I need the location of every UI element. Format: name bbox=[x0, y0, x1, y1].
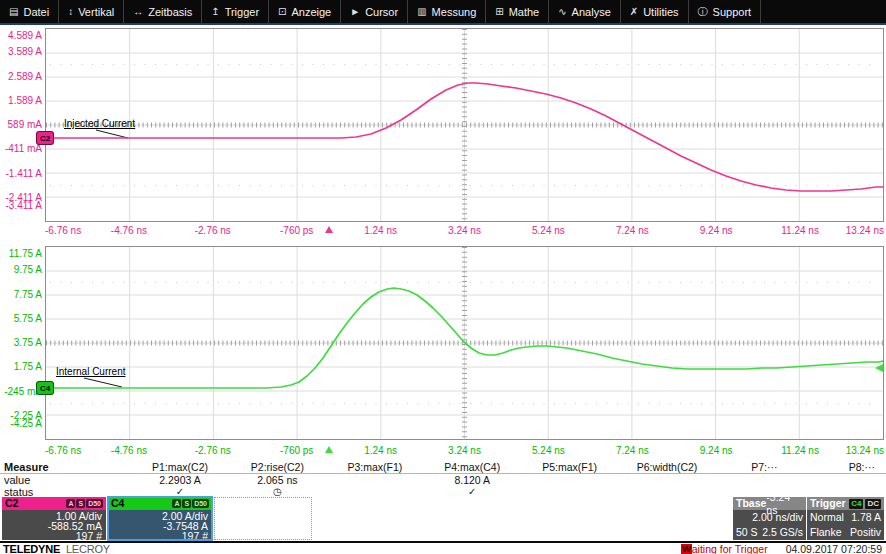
measure-col-header[interactable]: P6:width(C2) bbox=[619, 461, 715, 473]
menu-item-utilities[interactable]: ✗Utilities bbox=[621, 0, 689, 23]
horizontal-arrows-icon: ↔ bbox=[133, 6, 143, 17]
graph-injected[interactable] bbox=[45, 28, 884, 222]
vertical-arrows-icon: ↕ bbox=[68, 6, 73, 17]
channel-readout-line: 197 # bbox=[108, 531, 208, 540]
menu-item-label: Trigger bbox=[225, 6, 259, 18]
y-axis-label: 9.75 A bbox=[0, 264, 42, 276]
trigger-type: Flanke bbox=[810, 525, 842, 540]
channel-badge-s: S bbox=[182, 499, 191, 508]
brand-lecroy: LECROY bbox=[66, 543, 110, 554]
menu-item-label: Messung bbox=[432, 6, 477, 18]
file-icon: ▤ bbox=[9, 6, 18, 17]
datetime: 04.09.2017 07:20:59 bbox=[786, 543, 882, 554]
menu-item-mathe[interactable]: ⊞Mathe bbox=[486, 0, 549, 23]
y-axis-label: -4.25 A bbox=[0, 418, 42, 430]
channel-marker-c2[interactable]: C2 bbox=[36, 131, 54, 145]
status-bar: TELEDYNE LECROY W aiting for Trigger 04.… bbox=[0, 541, 886, 554]
trigger-coupling-badge: DC bbox=[865, 499, 881, 509]
channel-marker-c4[interactable]: C4 bbox=[36, 381, 54, 395]
x-axis-label: -2.76 ns bbox=[195, 445, 231, 456]
measure-col-header[interactable]: P5:max(F1) bbox=[522, 461, 618, 473]
menu-item-label: Cursor bbox=[365, 6, 398, 18]
menu-item-datei[interactable]: ▤Datei bbox=[0, 0, 59, 23]
trace-callout-internal: Internal Current bbox=[56, 366, 125, 377]
info-icon: ⓘ bbox=[698, 5, 708, 19]
teledyne-lecroy-logo: TELEDYNE LECROY bbox=[3, 543, 110, 554]
x-axis-row-internal: -6.76 ns-4.76 ns-2.76 ns-760 ps1.24 ns3.… bbox=[0, 444, 886, 458]
measure-col-value: 2.2903 A bbox=[132, 474, 228, 486]
y-axis-label: 4.589 A bbox=[0, 30, 42, 42]
x-axis-label: 11.24 ns bbox=[781, 225, 819, 236]
measure-col-header[interactable]: P8:··· bbox=[814, 461, 886, 473]
menu-accent-strip bbox=[0, 23, 886, 25]
x-axis-row-injected: -6.76 ns-4.76 ns-2.76 ns-760 ps1.24 ns3.… bbox=[0, 224, 886, 238]
menu-item-cursor[interactable]: ►Cursor bbox=[341, 0, 408, 23]
y-axis-label: 2.589 A bbox=[0, 71, 42, 83]
trigger-level: 1.78 A bbox=[851, 510, 881, 525]
menu-item-anzeige[interactable]: ⊡Anzeige bbox=[269, 0, 341, 23]
menu-item-label: Mathe bbox=[509, 6, 540, 18]
menu-item-label: Support bbox=[713, 6, 752, 18]
timebase-label: Tbase bbox=[736, 497, 766, 510]
trigger-position-marker[interactable] bbox=[325, 226, 333, 233]
measure-col-header[interactable]: P1:max(C2) bbox=[132, 461, 228, 473]
measure-status-icon: ◷ bbox=[229, 486, 325, 497]
empty-trace-slot[interactable] bbox=[214, 497, 312, 540]
x-axis-label: -2.76 ns bbox=[195, 225, 231, 236]
y-axis-label: 589 mA bbox=[0, 119, 42, 131]
x-axis-label: 3.24 ns bbox=[448, 225, 481, 236]
measure-col-value: 8.120 A bbox=[424, 474, 520, 486]
channel-badge-d50: D50 bbox=[192, 499, 209, 508]
calculator-icon: ⊞ bbox=[495, 6, 503, 17]
menu-item-trigger[interactable]: ↥Trigger bbox=[202, 0, 269, 23]
y-axis-label: 5.75 A bbox=[0, 313, 42, 325]
trigger-label: Trigger bbox=[810, 497, 846, 510]
trigger-status-text: aiting for Trigger bbox=[692, 543, 768, 554]
measure-col-header[interactable]: P4:max(C4) bbox=[424, 461, 520, 473]
menu-item-label: Analyse bbox=[572, 6, 611, 18]
y-axis-label: -3.411 A bbox=[0, 200, 42, 212]
x-axis-label: 7.24 ns bbox=[616, 445, 649, 456]
x-axis-label: 7.24 ns bbox=[616, 225, 649, 236]
timebase-box[interactable]: Tbase -3.24 ns 2.00 ns/div 50 S 2.5 GS/s bbox=[733, 497, 806, 540]
measure-col-header[interactable]: P3:max(F1) bbox=[327, 461, 423, 473]
trigger-slope: Positiv bbox=[850, 525, 881, 540]
measure-col-header[interactable]: P7:··· bbox=[716, 461, 812, 473]
x-axis-label: 1.24 ns bbox=[364, 225, 397, 236]
y-axis-label: 1.589 A bbox=[0, 95, 42, 107]
menu-item-label: Datei bbox=[23, 6, 49, 18]
waveform-icon: ∿ bbox=[558, 6, 566, 17]
x-axis-label: 13.24 ns bbox=[846, 225, 884, 236]
display-icon: ⊡ bbox=[278, 6, 286, 17]
menu-item-analyse[interactable]: ∿Analyse bbox=[549, 0, 621, 23]
graph-internal[interactable] bbox=[45, 246, 884, 440]
measure-title: Measure bbox=[4, 461, 49, 473]
menu-item-label: Vertikal bbox=[78, 6, 114, 18]
trigger-box[interactable]: Trigger C4 DC Normal 1.78 A Flanke Posit… bbox=[807, 497, 884, 540]
tools-icon: ✗ bbox=[630, 6, 638, 17]
trigger-source-badge: C4 bbox=[849, 499, 863, 509]
x-axis-label: -6.76 ns bbox=[45, 445, 81, 456]
y-axis-label: 3.75 A bbox=[0, 337, 42, 349]
menu-item-vertikal[interactable]: ↕Vertikal bbox=[59, 0, 124, 23]
cursor-icon: ► bbox=[350, 6, 360, 17]
menu-item-label: Zeitbasis bbox=[148, 6, 192, 18]
menu-item-support[interactable]: ⓘSupport bbox=[689, 0, 762, 23]
timebase-per-div: 2.00 ns/div bbox=[752, 510, 803, 525]
menu-item-zeitbasis[interactable]: ↔Zeitbasis bbox=[124, 0, 202, 23]
x-axis-label: -4.76 ns bbox=[111, 445, 147, 456]
x-axis-label: 1.24 ns bbox=[364, 445, 397, 456]
y-axis-label: 7.75 A bbox=[0, 289, 42, 301]
channel-box-c2[interactable]: C2ASD501.00 A/div-588.52 mA197 # bbox=[2, 497, 106, 540]
y-axis-label: -411 mA bbox=[0, 143, 42, 155]
trigger-position-marker[interactable] bbox=[325, 446, 333, 453]
trigger-status-indicator: W bbox=[681, 544, 692, 554]
measure-col-header[interactable]: P2:rise(C2) bbox=[229, 461, 325, 473]
channel-badge-d50: D50 bbox=[86, 499, 103, 508]
y-axis-label: 11.75 A bbox=[0, 248, 42, 260]
trigger-level-arrow[interactable] bbox=[875, 364, 883, 372]
y-axis-label: -1.411 A bbox=[0, 168, 42, 180]
channel-box-c4[interactable]: C4ASD502.00 A/div-3.7548 A197 # bbox=[108, 497, 212, 540]
menu-item-messung[interactable]: ▥Messung bbox=[408, 0, 486, 23]
menu-bar: ▤Datei↕Vertikal↔Zeitbasis↥Trigger⊡Anzeig… bbox=[0, 0, 886, 23]
